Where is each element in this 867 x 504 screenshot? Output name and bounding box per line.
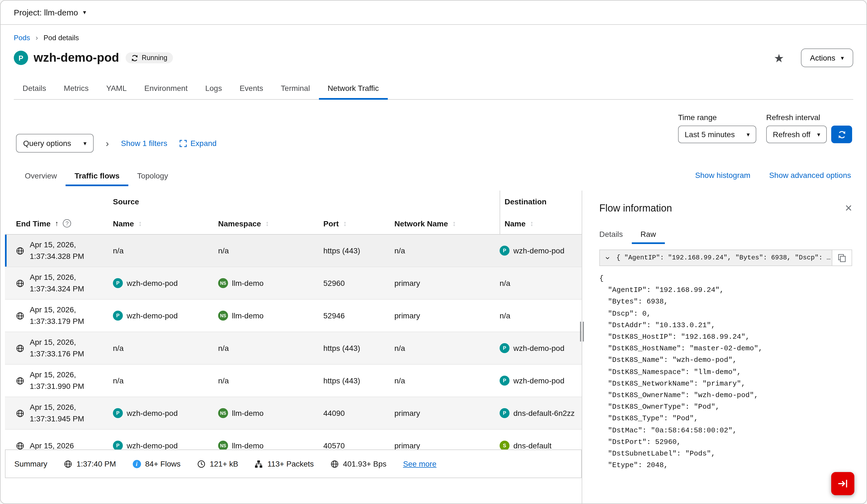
status-badge-label: Running [141, 54, 167, 62]
drag-handle[interactable] [580, 322, 584, 342]
floating-action-button[interactable] [831, 472, 854, 495]
raw-json-expander: › { "AgentIP": "192.168.99.24", "Bytes":… [599, 249, 852, 266]
source-name-cell: P wzh-demo-pod [113, 311, 218, 321]
time-range-select[interactable]: Last 5 minutes ▾ [678, 126, 756, 143]
see-more-link[interactable]: See more [403, 459, 436, 468]
view-tab-overview[interactable]: Overview [16, 167, 66, 186]
table-row[interactable]: Apr 15, 2026, 1:37:31.945 PM P wzh-demo-… [5, 397, 582, 430]
sort-ascending-icon[interactable]: ↑ [55, 219, 59, 227]
source-namespace-cell: n/a [218, 246, 323, 255]
help-icon[interactable]: ? [63, 219, 71, 227]
caret-down-icon: ▾ [747, 131, 750, 138]
summary-bar: Summary 1:37:40 PM i 84+ Flows 121+ kB [5, 449, 582, 478]
time-range-value: Last 5 minutes [685, 130, 735, 139]
column-header-network-name[interactable]: Network Name ↕ [394, 213, 500, 234]
column-header-namespace[interactable]: Namespace ↕ [218, 213, 323, 234]
tab-network-traffic[interactable]: Network Traffic [319, 78, 387, 99]
entity-label: wzh-demo-pod [513, 246, 564, 255]
breadcrumb-current: Pod details [43, 34, 79, 42]
panel-tab-raw[interactable]: Raw [632, 225, 665, 244]
destination-name-cell: n/a [500, 311, 582, 320]
entity-label: n/a [218, 344, 229, 353]
tab-environment[interactable]: Environment [136, 78, 196, 99]
column-header-source-name[interactable]: Name ↕ [113, 213, 218, 234]
end-time-cell: Apr 15, 2026, 1:37:31.945 PM [16, 401, 113, 425]
resource-badge: P [500, 376, 510, 386]
entity-label: llm-demo [232, 279, 264, 288]
table-row[interactable]: Apr 15, 2026, 1:37:34.328 PM n/a n/a htt… [5, 235, 582, 267]
source-port-cell: https (443) [323, 344, 394, 353]
end-time-time: 1:37:31.990 PM [30, 382, 84, 390]
pod-details-page: Project: llm-demo ▾ Pods › Pod details P… [0, 0, 867, 504]
chevron-down-icon[interactable]: › [600, 253, 617, 262]
globe-icon [16, 409, 24, 417]
network-name-cell: primary [394, 279, 500, 288]
panel-title: Flow information [599, 203, 672, 214]
chevron-right-icon: › [35, 34, 38, 42]
caret-down-icon: ▾ [84, 140, 86, 147]
resource-badge: NS [218, 311, 228, 321]
tab-yaml[interactable]: YAML [97, 78, 136, 99]
resource-badge: NS [218, 278, 228, 288]
clock-icon [197, 460, 205, 468]
entity-label: llm-demo [232, 441, 264, 449]
panel-resize-divider[interactable] [582, 191, 588, 503]
panel-tab-details[interactable]: Details [590, 225, 632, 244]
show-filters-link[interactable]: Show 1 filters [121, 139, 167, 148]
breadcrumb-pods-link[interactable]: Pods [14, 34, 30, 42]
refresh-interval-select[interactable]: Refresh off ▾ [766, 126, 827, 143]
status-badge: Running [126, 52, 173, 63]
query-options-dropdown[interactable]: Query options ▾ [16, 134, 94, 153]
show-histogram-link[interactable]: Show histogram [695, 171, 750, 180]
source-namespace-cell: NS llm-demo [218, 441, 323, 449]
table-column-header: End Time ↑ ? Name ↕ Namespace ↕ Port ↕ [5, 213, 582, 235]
tab-terminal[interactable]: Terminal [272, 78, 319, 99]
entity-label: llm-demo [232, 311, 264, 320]
caret-down-icon: ▾ [817, 131, 820, 138]
globe-icon [16, 441, 24, 449]
tab-events[interactable]: Events [231, 78, 272, 99]
source-port-cell: 44090 [323, 409, 394, 418]
tab-details[interactable]: Details [14, 78, 55, 99]
source-name-column-label: Name [113, 219, 134, 228]
page-title: wzh-demo-pod [34, 51, 119, 65]
refresh-button[interactable] [831, 126, 852, 143]
source-namespace-cell: n/a [218, 376, 323, 385]
table-row[interactable]: Apr 15, 2026, 1:37:33.179 PM P wzh-demo-… [5, 300, 582, 332]
end-time-date: Apr 15, 2026, [30, 337, 76, 346]
table-row[interactable]: Apr 15, 2026, 1:37:33.176 PM n/a n/a htt… [5, 332, 582, 365]
entity-label: dns-default-6n2zz [513, 409, 575, 418]
view-tab-topology[interactable]: Topology [128, 167, 177, 186]
close-icon[interactable]: × [845, 203, 852, 214]
summary-bytes: 121+ kB [197, 459, 238, 468]
tab-metrics[interactable]: Metrics [55, 78, 97, 99]
globe-icon [16, 344, 24, 352]
port-column-label: Port [323, 219, 339, 228]
expand-link[interactable]: Expand [179, 139, 216, 148]
actions-button[interactable]: Actions ▾ [801, 49, 853, 67]
entity-label: n/a [218, 376, 229, 385]
resource-badge: NS [218, 408, 228, 418]
column-header-end-time[interactable]: End Time ↑ ? [16, 213, 113, 234]
table-row[interactable]: Apr 15, 2026 P wzh-demo-pod NS llm-demo … [5, 430, 582, 449]
network-name-column-label: Network Name [394, 219, 448, 228]
tab-logs[interactable]: Logs [196, 78, 231, 99]
favorite-star-icon[interactable]: ★ [774, 52, 784, 64]
entity-label: wzh-demo-pod [127, 409, 178, 418]
summary-packets-value: 113+ Packets [267, 459, 314, 468]
resource-badge: P [113, 311, 123, 321]
project-selector[interactable]: Project: llm-demo ▾ [14, 8, 86, 17]
column-header-port[interactable]: Port ↕ [323, 213, 394, 234]
workspace: Source Destination End Time ↑ ? Name ↕ N… [1, 191, 866, 503]
view-tab-traffic-flows[interactable]: Traffic flows [66, 167, 128, 186]
export-icon [837, 478, 848, 489]
end-time-date: Apr 15, 2026, [30, 403, 76, 411]
copy-button[interactable] [832, 250, 852, 266]
column-header-destination-name[interactable]: Name ↕ [500, 213, 582, 234]
chevron-right-icon[interactable]: › [106, 139, 109, 148]
table-row[interactable]: Apr 15, 2026, 1:37:34.324 PM P wzh-demo-… [5, 267, 582, 300]
resource-badge: P [113, 408, 123, 418]
show-advanced-options-link[interactable]: Show advanced options [769, 171, 851, 180]
end-time-date: Apr 15, 2026, [30, 305, 76, 314]
table-row[interactable]: Apr 15, 2026, 1:37:31.990 PM n/a n/a htt… [5, 365, 582, 397]
